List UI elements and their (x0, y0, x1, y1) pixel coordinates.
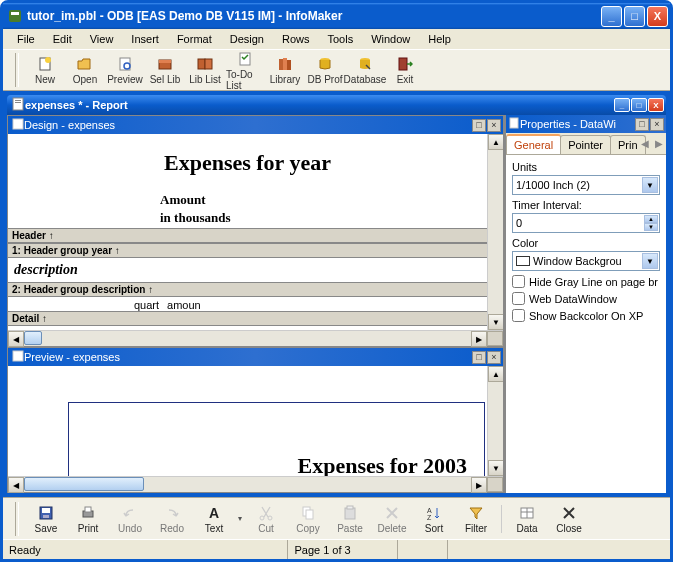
text-button[interactable]: AText (193, 502, 235, 536)
exit-button[interactable]: Exit (385, 53, 425, 87)
preview-scroll-right-button[interactable]: ▶ (471, 477, 487, 493)
col-quart[interactable]: quart (134, 299, 159, 311)
preview-scroll-up-button[interactable]: ▲ (488, 366, 503, 382)
design-titlebar: Design - expenses □ × (8, 116, 503, 134)
web-dw-checkbox[interactable] (512, 292, 525, 305)
timer-input[interactable]: 0 ▲ ▼ (512, 213, 660, 233)
library-button[interactable]: Library (265, 53, 305, 87)
minimize-button[interactable]: _ (601, 6, 622, 27)
maximize-button[interactable]: □ (624, 6, 645, 27)
preview-title-text: Expenses for 2003 (298, 453, 468, 476)
design-h-scrollbar[interactable]: ◀ ▶ (8, 330, 503, 346)
band-group-description[interactable]: 2: Header group description ↑ (8, 282, 487, 297)
amount-label[interactable]: Amount (8, 186, 487, 210)
band-group-year[interactable]: 1: Header group year ↑ (8, 243, 487, 258)
color-select[interactable]: Window Backgrou ▼ (512, 251, 660, 271)
props-restore-button[interactable]: □ (635, 118, 649, 131)
scroll-down-button[interactable]: ▼ (488, 314, 503, 330)
copy-button[interactable]: Copy (287, 502, 329, 536)
svg-text:A: A (209, 505, 219, 521)
child-close-button[interactable]: X (648, 98, 664, 112)
menu-help[interactable]: Help (420, 31, 459, 47)
menu-file[interactable]: File (9, 31, 43, 47)
undo-button[interactable]: Undo (109, 502, 151, 536)
filter-button[interactable]: Filter (455, 502, 497, 536)
dbprof-button[interactable]: DB Prof (305, 53, 345, 87)
menu-rows[interactable]: Rows (274, 31, 318, 47)
scroll-up-button[interactable]: ▲ (488, 134, 503, 150)
toolbar-grip[interactable] (15, 53, 19, 87)
close-report-button[interactable]: Close (548, 502, 590, 536)
close-button[interactable]: X (647, 6, 668, 27)
report-title-field[interactable]: Expenses for year (8, 134, 487, 186)
cut-button[interactable]: Cut (245, 502, 287, 536)
svg-rect-34 (347, 506, 353, 509)
delete-button[interactable]: Delete (371, 502, 413, 536)
preview-v-scrollbar[interactable]: ▲ ▼ (487, 366, 503, 476)
svg-rect-11 (279, 59, 283, 70)
svg-point-29 (260, 516, 264, 520)
amount-label-2[interactable]: in thousands (8, 210, 487, 228)
sel-lib-button[interactable]: Sel Lib (145, 53, 185, 87)
preview-scroll-left-button[interactable]: ◀ (8, 477, 24, 493)
preview-panel: Preview - expenses □ × Expenses for 2003… (7, 347, 504, 493)
design-close-button[interactable]: × (487, 119, 501, 132)
open-button[interactable]: Open (65, 53, 105, 87)
menu-tools[interactable]: Tools (319, 31, 361, 47)
todo-icon (236, 50, 254, 68)
paste-button[interactable]: Paste (329, 502, 371, 536)
save-button[interactable]: Save (25, 502, 67, 536)
svg-rect-12 (283, 58, 287, 70)
preview-h-scrollbar[interactable]: ◀ ▶ (8, 476, 503, 492)
redo-button[interactable]: Redo (151, 502, 193, 536)
svg-rect-20 (13, 119, 23, 129)
design-canvas[interactable]: Expenses for year Amount in thousands He… (8, 134, 487, 330)
units-select[interactable]: 1/1000 Inch (2) ▼ (512, 175, 660, 195)
tab-pointer[interactable]: Pointer (560, 135, 611, 154)
sum-field[interactable]: cum(ar (8, 326, 487, 330)
child-minimize-button[interactable]: _ (614, 98, 630, 112)
print-button[interactable]: Print (67, 502, 109, 536)
preview-close-button[interactable]: × (487, 351, 501, 364)
hide-gray-checkbox[interactable] (512, 275, 525, 288)
menu-window[interactable]: Window (363, 31, 418, 47)
library-icon (276, 55, 294, 73)
menu-insert[interactable]: Insert (123, 31, 167, 47)
todo-button[interactable]: To-Do List (225, 48, 265, 93)
props-close-button[interactable]: × (650, 118, 664, 131)
preview-button[interactable]: Preview (105, 53, 145, 87)
spin-up-icon[interactable]: ▲ (644, 215, 658, 223)
database-button[interactable]: Database (345, 53, 385, 87)
text-dropdown-button[interactable]: ▾ (235, 514, 245, 523)
svg-rect-9 (205, 59, 212, 69)
design-restore-button[interactable]: □ (472, 119, 486, 132)
scroll-left-button[interactable]: ◀ (8, 331, 24, 347)
backcolor-xp-checkbox[interactable] (512, 309, 525, 322)
spin-down-icon[interactable]: ▼ (644, 223, 658, 231)
child-maximize-button[interactable]: □ (631, 98, 647, 112)
paste-icon (341, 504, 359, 522)
tab-general[interactable]: General (506, 134, 561, 154)
svg-rect-16 (399, 58, 407, 70)
preview-scroll-down-button[interactable]: ▼ (488, 460, 503, 476)
lib-list-button[interactable]: Lib List (185, 53, 225, 87)
preview-canvas[interactable]: Expenses for 2003 (8, 366, 487, 476)
tab-next-button[interactable]: ▶ (652, 135, 666, 151)
bottom-toolbar-grip[interactable] (15, 502, 19, 536)
tab-prev-button[interactable]: ◀ (638, 135, 652, 151)
scroll-right-button[interactable]: ▶ (471, 331, 487, 347)
preview-restore-button[interactable]: □ (472, 351, 486, 364)
sort-button[interactable]: AZSort (413, 502, 455, 536)
band-detail[interactable]: Detail ↑ (8, 311, 487, 326)
design-v-scrollbar[interactable]: ▲ ▼ (487, 134, 503, 330)
new-button[interactable]: New (25, 53, 65, 87)
menubar: File Edit View Insert Format Design Rows… (3, 29, 670, 49)
description-field[interactable]: description (8, 258, 487, 282)
col-amount[interactable]: amoun (167, 299, 201, 311)
menu-edit[interactable]: Edit (45, 31, 80, 47)
data-button[interactable]: Data (506, 502, 548, 536)
menu-view[interactable]: View (82, 31, 122, 47)
band-header[interactable]: Header ↑ (8, 228, 487, 243)
menu-design[interactable]: Design (222, 31, 272, 47)
menu-format[interactable]: Format (169, 31, 220, 47)
